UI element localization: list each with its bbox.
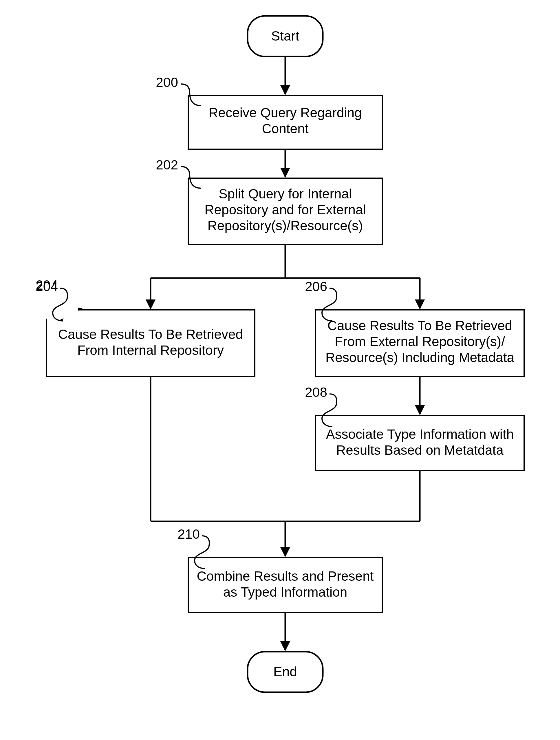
label-202: 202 [156, 157, 178, 172]
node-202-line1: Split Query for Internal [219, 186, 352, 201]
label-210: 210 [178, 527, 200, 542]
node-210-line2: as Typed Information [223, 584, 348, 599]
node-200-line2: Content [262, 121, 308, 136]
terminator-start-label: Start [271, 28, 299, 43]
node-206-line3: Resource(s) Including Metadata [325, 350, 514, 365]
label-200: 200 [156, 75, 178, 90]
node-200-line1: Receive Query Regarding [208, 105, 362, 120]
label-206: 206 [305, 279, 327, 294]
node-210-line1: Combine Results and Present [197, 568, 374, 583]
node-202-line3: Repository(s)/Resource(s) [208, 218, 363, 233]
terminator-end-label: End [273, 664, 297, 679]
label-208: 208 [305, 385, 327, 400]
node-208-line2: Results Based on Metatdata [336, 443, 503, 458]
node-204-line2: From Internal Repository [77, 343, 224, 358]
node-206-line1: Cause Results To Be Retrieved [328, 318, 512, 333]
node-208-line1: Associate Type Information with [326, 427, 514, 442]
flowchart: Start Receive Query Regarding Content 20… [0, 0, 560, 740]
label-204-v: 204 [35, 279, 58, 294]
node-202-line2: Repository and for External [204, 202, 366, 217]
node-206-line2: From External Repository(s)/ [335, 334, 505, 349]
node-204-line1: Cause Results To Be Retrieved [58, 327, 243, 342]
